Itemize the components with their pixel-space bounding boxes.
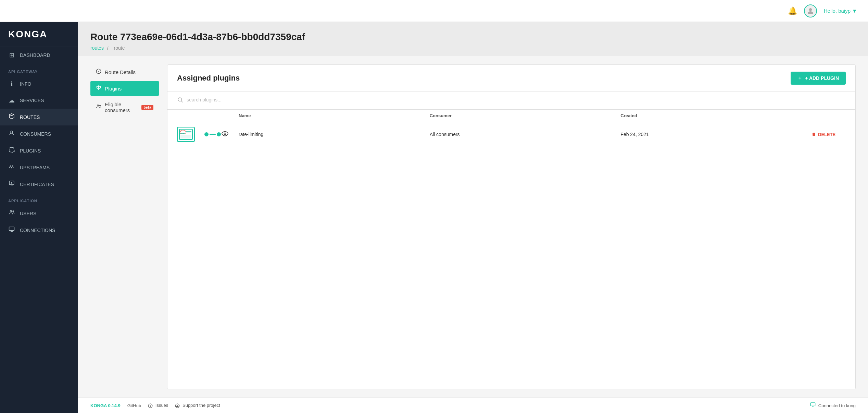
col-consumer-header: Consumer: [430, 113, 621, 118]
svg-point-10: [97, 105, 99, 106]
users-icon: [8, 209, 15, 217]
search-icon: [177, 97, 183, 105]
main-content: Route 773ea69e-06d1-4d3a-87b6-bb0dd7359c…: [78, 22, 868, 413]
upstreams-icon: [8, 163, 15, 171]
svg-point-5: [13, 211, 14, 212]
avatar: [804, 4, 817, 17]
sidebar-item-users[interactable]: USERS: [0, 205, 78, 222]
plugins-icon: [8, 147, 15, 155]
right-panel: Assigned plugins ＋ + ADD PLUGIN: [167, 64, 856, 389]
sidebar-item-upstreams[interactable]: UPSTREAMS: [0, 159, 78, 176]
consumers-nav-icon: [96, 104, 101, 111]
toggle-control[interactable]: [204, 132, 222, 136]
sidebar-item-certificates[interactable]: CERTIFICATES: [0, 176, 78, 193]
section-application: APPLICATION: [0, 193, 78, 205]
left-nav: Route Details Plugins Eligible consumers…: [90, 64, 159, 389]
sidebar-item-plugins[interactable]: PLUGINS: [0, 142, 78, 159]
nav-item-plugins[interactable]: Plugins: [90, 81, 159, 96]
bell-icon[interactable]: 🔔: [788, 7, 797, 15]
add-plugin-plus-icon: ＋: [797, 75, 802, 81]
svg-line-13: [181, 101, 183, 102]
section-api-gateway: API GATEWAY: [0, 63, 78, 76]
plugin-created: Feb 24, 2021: [620, 132, 812, 137]
view-icon[interactable]: [222, 130, 239, 139]
sidebar: KONGA ⊞ DASHBOARD API GATEWAY ℹ INFO ☁ S…: [0, 22, 78, 413]
sidebar-item-dashboard[interactable]: ⊞ DASHBOARD: [0, 47, 78, 63]
svg-point-11: [100, 105, 101, 106]
plugin-icon: [177, 127, 195, 142]
footer: KONGA 0.14.9 GitHub Issues Support the p…: [78, 398, 868, 413]
sidebar-item-services[interactable]: ☁ SERVICES: [0, 92, 78, 109]
layout: KONGA ⊞ DASHBOARD API GATEWAY ℹ INFO ☁ S…: [0, 22, 868, 413]
svg-point-0: [809, 8, 812, 11]
svg-rect-16: [180, 135, 191, 138]
svg-point-12: [178, 98, 182, 101]
footer-issues-link[interactable]: Issues: [148, 403, 168, 408]
info-nav-icon: [96, 69, 101, 75]
footer-support-link[interactable]: Support the project: [175, 403, 220, 408]
svg-rect-6: [9, 227, 14, 231]
panel-title: Assigned plugins: [177, 74, 240, 83]
sidebar-item-routes[interactable]: ROUTES: [0, 109, 78, 125]
svg-rect-2: [9, 181, 14, 185]
page-header: Route 773ea69e-06d1-4d3a-87b6-bb0dd7359c…: [78, 22, 868, 56]
breadcrumb-routes-link[interactable]: routes: [90, 45, 104, 51]
plugins-table: Name Consumer Created: [167, 110, 855, 389]
delete-button[interactable]: DELETE: [812, 132, 846, 137]
nav-item-route-details[interactable]: Route Details: [90, 64, 159, 80]
connections-icon: [8, 226, 15, 234]
table-row: rate-limiting All consumers Feb 24, 2021…: [167, 122, 855, 147]
certificates-icon: [8, 180, 15, 188]
connected-icon: [810, 402, 816, 409]
sidebar-item-info[interactable]: ℹ INFO: [0, 76, 78, 92]
plugin-consumer: All consumers: [430, 132, 621, 137]
sidebar-item-connections[interactable]: CONNECTIONS: [0, 222, 78, 239]
col-name-header: Name: [239, 113, 430, 118]
page-title: Route 773ea69e-06d1-4d3a-87b6-bb0dd7359c…: [90, 32, 856, 42]
svg-point-20: [224, 133, 226, 134]
content-area: Route Details Plugins Eligible consumers…: [78, 56, 868, 398]
connected-text: Connected to kong: [818, 403, 856, 408]
app-logo: KONGA: [0, 22, 78, 47]
footer-version: KONGA 0.14.9: [90, 403, 121, 408]
search-bar: [167, 92, 855, 110]
svg-point-3: [11, 182, 12, 183]
topbar-right: 🔔 Hello, baiyp▼: [788, 4, 857, 17]
plug-nav-icon: [96, 85, 101, 92]
consumers-icon: [8, 130, 15, 138]
svg-point-23: [150, 406, 151, 407]
breadcrumb-separator: /: [107, 45, 110, 51]
beta-badge: beta: [141, 105, 153, 110]
footer-right: Connected to kong: [810, 402, 856, 409]
topbar: 🔔 Hello, baiyp▼: [0, 0, 868, 22]
hello-user[interactable]: Hello, baiyp▼: [824, 8, 857, 14]
table-header: Name Consumer Created: [167, 110, 855, 122]
breadcrumb-current: route: [114, 45, 125, 51]
dashboard-icon: ⊞: [8, 51, 15, 59]
routes-icon: [8, 113, 15, 121]
svg-point-4: [10, 210, 12, 212]
panel-header: Assigned plugins ＋ + ADD PLUGIN: [167, 65, 855, 92]
nav-item-eligible-consumers[interactable]: Eligible consumers beta: [90, 97, 159, 117]
search-input[interactable]: [187, 97, 262, 104]
svg-rect-24: [810, 403, 815, 406]
plugin-name: rate-limiting: [239, 132, 430, 137]
breadcrumb: routes / route: [90, 45, 856, 51]
sidebar-item-consumers[interactable]: CONSUMERS: [0, 125, 78, 142]
info-icon: ℹ: [8, 80, 15, 88]
svg-point-1: [11, 131, 13, 133]
add-plugin-button[interactable]: ＋ + ADD PLUGIN: [791, 72, 846, 85]
footer-left: KONGA 0.14.9 GitHub Issues Support the p…: [90, 403, 220, 408]
col-created-header: Created: [620, 113, 812, 118]
cloud-icon: ☁: [8, 97, 15, 104]
footer-github-link[interactable]: GitHub: [127, 403, 141, 408]
